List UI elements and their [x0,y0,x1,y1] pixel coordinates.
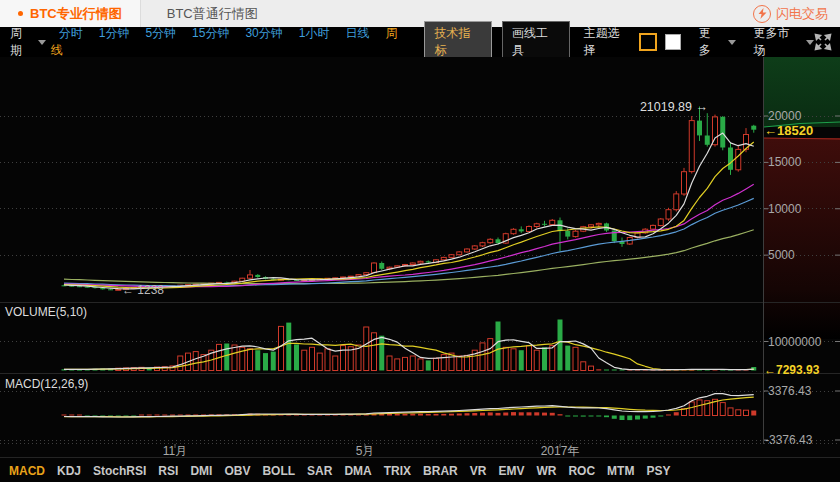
indicator-item-StochRSI[interactable]: StochRSI [87,464,152,478]
theme-selector-label: 主题选择 [584,25,631,59]
period-item-5分钟[interactable]: 5分钟 [137,26,184,40]
period-item-日线[interactable]: 日线 [337,26,377,40]
svg-text:11月: 11月 [163,444,187,457]
fullscreen-button[interactable] [814,33,832,51]
period-dropdown-label: 周期 [10,25,34,59]
svg-text:3376.43: 3376.43 [768,384,812,398]
tab-pro-chart[interactable]: BTC专业行情图 [0,0,141,27]
svg-text:←18520: ←18520 [764,123,813,138]
svg-text:5000: 5000 [768,248,795,262]
indicator-item-PSY[interactable]: PSY [640,464,676,478]
chevron-down-icon [728,40,736,45]
svg-text:5月: 5月 [356,444,375,457]
lightning-trade-label: 闪电交易 [776,5,828,23]
theme-selector: 主题选择 [584,25,681,59]
tab-pro-chart-label: BTC专业行情图 [30,5,122,23]
chevron-down-icon [806,40,814,45]
active-tab-bullet-icon [18,11,23,16]
more-dropdown[interactable]: 更多 [699,25,736,59]
indicator-item-OBV[interactable]: OBV [218,464,256,478]
period-item-15分钟[interactable]: 15分钟 [184,26,237,40]
period-item-1分钟[interactable]: 1分钟 [91,26,138,40]
fullscreen-expand-icon [814,33,832,51]
svg-text:VOLUME(5,10): VOLUME(5,10) [5,305,87,319]
lightning-trade-button[interactable]: 闪电交易 [753,0,840,27]
svg-text:MACD(12,26,9): MACD(12,26,9) [5,377,88,391]
svg-text:-3376.43: -3376.43 [765,433,813,447]
period-item-分时[interactable]: 分时 [51,26,91,40]
top-tab-bar: BTC专业行情图 BTC普通行情图 闪电交易 [0,0,840,27]
period-dropdown[interactable]: 周期 [0,25,51,59]
indicator-item-MACD[interactable]: MACD [3,464,51,478]
indicator-item-MTM[interactable]: MTM [601,464,640,478]
indicator-item-DMI[interactable]: DMI [184,464,218,478]
indicator-item-EMV[interactable]: EMV [492,464,530,478]
indicator-selector-bar: MACDKDJStochRSIRSIDMIOBVBOLLSARDMATRIXBR… [0,457,840,482]
svg-text:15000: 15000 [768,155,802,169]
chart-canvas[interactable]: 2000015000100005000100000003376.43-3376.… [0,57,840,457]
period-item-1小时[interactable]: 1小时 [291,26,338,40]
svg-text:20000: 20000 [768,109,802,123]
svg-text:21019.89 →: 21019.89 → [640,100,708,114]
svg-text:2017年: 2017年 [541,444,580,457]
more-markets-dropdown[interactable]: 更多市场 [754,25,815,59]
theme-light-swatch[interactable] [665,34,681,50]
period-list: 分时1分钟5分钟15分钟30分钟1小时日线周线 [51,25,415,59]
period-item-30分钟[interactable]: 30分钟 [237,26,290,40]
tab-normal-chart-label: BTC普通行情图 [167,5,258,23]
indicator-item-VR[interactable]: VR [464,464,493,478]
chevron-down-icon [38,40,46,45]
svg-text:← 1238: ← 1238 [122,283,164,297]
chart-toolbar: 周期 分时1分钟5分钟15分钟30分钟1小时日线周线 技术指标 画线工具 主题选… [0,27,840,57]
indicator-item-RSI[interactable]: RSI [152,464,184,478]
svg-text:←7293.93: ←7293.93 [764,363,820,377]
lightning-icon [753,5,771,23]
indicator-item-WR[interactable]: WR [530,464,562,478]
indicator-item-ROC[interactable]: ROC [562,464,601,478]
theme-dark-swatch[interactable] [639,33,657,51]
more-dropdown-label: 更多 [699,25,723,59]
tab-normal-chart[interactable]: BTC普通行情图 [141,0,284,27]
indicator-item-SAR[interactable]: SAR [301,464,338,478]
svg-text:10000: 10000 [768,202,802,216]
svg-text:10000000: 10000000 [768,335,822,349]
indicator-item-BOLL[interactable]: BOLL [256,464,301,478]
indicator-item-TRIX[interactable]: TRIX [378,464,417,478]
indicator-item-BRAR[interactable]: BRAR [417,464,464,478]
candlestick-chart[interactable]: 2000015000100005000100000003376.43-3376.… [0,57,840,457]
indicator-item-KDJ[interactable]: KDJ [51,464,87,478]
more-markets-label: 更多市场 [754,25,802,59]
indicator-item-DMA[interactable]: DMA [338,464,377,478]
